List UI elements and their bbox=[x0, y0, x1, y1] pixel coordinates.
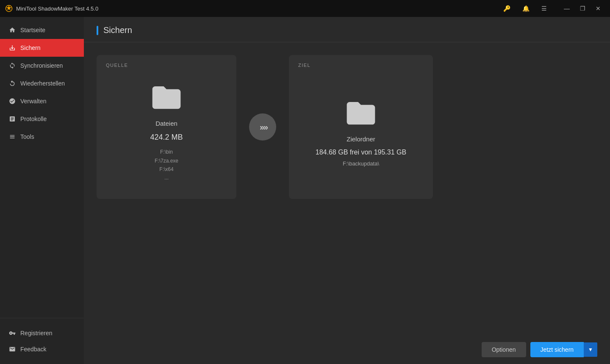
home-icon bbox=[8, 26, 16, 34]
app-logo: MiniTool ShadowMaker Test 4.5.0 bbox=[5, 5, 98, 12]
close-button[interactable]: ✕ bbox=[591, 3, 605, 14]
action-bar: Optionen Jetzt sichern ▼ bbox=[84, 335, 610, 364]
sidebar: Startseite Sichern Synchronisieren bbox=[0, 17, 84, 364]
source-type: Dateien bbox=[155, 120, 177, 127]
header-accent-bar bbox=[97, 26, 98, 35]
source-path-1: F:\bin bbox=[155, 148, 178, 156]
sidebar-label-startseite: Startseite bbox=[20, 27, 45, 33]
backup-area: QUELLE Dateien 424.2 MB F:\bin F:\7za.ex… bbox=[84, 42, 610, 335]
page-title: Sichern bbox=[103, 25, 132, 35]
sidebar-item-tools[interactable]: Tools bbox=[0, 128, 84, 146]
key-icon-btn[interactable]: 🔑 bbox=[501, 4, 513, 13]
restore-icon bbox=[8, 80, 16, 87]
source-paths: F:\bin F:\7za.exe F:\x64 ... bbox=[155, 148, 178, 182]
minimize-button[interactable]: — bbox=[560, 3, 574, 14]
main-layout: Startseite Sichern Synchronisieren bbox=[0, 17, 610, 364]
sidebar-label-wiederherstellen: Wiederherstellen bbox=[20, 80, 65, 87]
dest-free: 184.68 GB frei von 195.31 GB bbox=[316, 149, 406, 156]
sidebar-label-feedback: Feedback bbox=[20, 346, 46, 353]
sync-icon bbox=[8, 62, 16, 69]
transfer-arrow-button[interactable]: »» bbox=[249, 113, 276, 141]
dest-label: ZIEL bbox=[298, 63, 311, 68]
cards-row: QUELLE Dateien 424.2 MB F:\bin F:\7za.ex… bbox=[97, 55, 597, 199]
sidebar-label-synchronisieren: Synchronisieren bbox=[20, 62, 63, 69]
sidebar-label-sichern: Sichern bbox=[20, 44, 40, 51]
app-title: MiniTool ShadowMaker Test 4.5.0 bbox=[16, 6, 98, 12]
source-path-more: ... bbox=[155, 174, 178, 182]
sidebar-item-startseite[interactable]: Startseite bbox=[0, 21, 84, 39]
key-icon bbox=[8, 329, 16, 337]
source-card[interactable]: QUELLE Dateien 424.2 MB F:\bin F:\7za.ex… bbox=[97, 55, 236, 199]
backup-button[interactable]: Jetzt sichern bbox=[530, 342, 584, 357]
sidebar-label-registrieren: Registrieren bbox=[20, 330, 52, 336]
sidebar-item-protokolle[interactable]: Protokolle bbox=[0, 110, 84, 128]
sidebar-bottom: Registrieren Feedback bbox=[0, 318, 84, 364]
source-path-2: F:\7za.exe bbox=[155, 157, 178, 165]
sidebar-item-verwalten[interactable]: Verwalten bbox=[0, 92, 84, 110]
sidebar-label-verwalten: Verwalten bbox=[20, 98, 46, 105]
maximize-button[interactable]: ❐ bbox=[576, 3, 590, 14]
sidebar-item-registrieren[interactable]: Registrieren bbox=[0, 325, 84, 341]
manage-icon bbox=[8, 97, 16, 105]
mail-icon bbox=[8, 345, 16, 353]
backup-button-group: Jetzt sichern ▼ bbox=[530, 342, 597, 357]
sidebar-item-sichern[interactable]: Sichern bbox=[0, 39, 84, 57]
options-button[interactable]: Optionen bbox=[482, 342, 526, 357]
window-controls: — ❐ ✕ bbox=[560, 3, 605, 14]
log-icon bbox=[8, 115, 16, 123]
dest-card[interactable]: ZIEL Zielordner 184.68 GB frei von 195.3… bbox=[289, 55, 433, 199]
sidebar-label-protokolle: Protokolle bbox=[20, 116, 47, 122]
source-label: QUELLE bbox=[106, 63, 128, 68]
backup-dropdown-button[interactable]: ▼ bbox=[584, 342, 597, 357]
titlebar-controls: 🔑 🔔 ☰ — ❐ ✕ bbox=[501, 3, 605, 14]
dest-path: F:\backupdata\ bbox=[343, 160, 379, 167]
sidebar-label-tools: Tools bbox=[20, 133, 34, 140]
sidebar-item-synchronisieren[interactable]: Synchronisieren bbox=[0, 57, 84, 74]
sidebar-nav: Startseite Sichern Synchronisieren bbox=[0, 17, 84, 318]
source-path-3: F:\x64 bbox=[155, 165, 178, 174]
page-header: Sichern bbox=[84, 17, 610, 42]
dest-type: Zielordner bbox=[347, 135, 375, 143]
arrow-symbol: »» bbox=[260, 122, 267, 132]
sidebar-item-wiederherstellen[interactable]: Wiederherstellen bbox=[0, 74, 84, 92]
menu-icon-btn[interactable]: ☰ bbox=[539, 4, 549, 13]
content-area: Sichern QUELLE Dateien 424.2 MB F:\bin bbox=[84, 17, 610, 364]
titlebar: MiniTool ShadowMaker Test 4.5.0 🔑 🔔 ☰ — … bbox=[0, 0, 610, 17]
dest-folder-icon bbox=[344, 96, 378, 127]
source-size: 424.2 MB bbox=[150, 133, 183, 142]
source-folder-icon bbox=[150, 80, 183, 111]
tools-icon bbox=[8, 133, 16, 141]
notification-icon-btn[interactable]: 🔔 bbox=[520, 4, 532, 13]
backup-icon bbox=[8, 44, 16, 52]
sidebar-item-feedback[interactable]: Feedback bbox=[0, 341, 84, 357]
